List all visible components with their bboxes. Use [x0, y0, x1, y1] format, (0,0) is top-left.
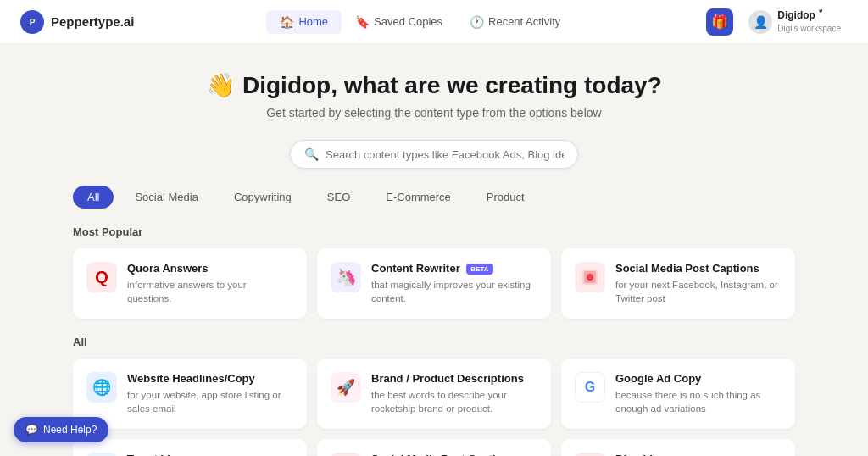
nav-links: 🏠 Home 🔖 Saved Copies 🕐 Recent Activity: [266, 10, 574, 34]
blog-icon: 📰: [575, 453, 605, 456]
brand-icon: 🚀: [331, 372, 361, 403]
clock-icon: 🕐: [470, 15, 484, 29]
svg-point-4: [587, 274, 593, 281]
logo-text: Peppertype.ai: [51, 14, 134, 29]
username: Digidop ˅: [777, 9, 841, 23]
beta-badge: BETA: [466, 264, 492, 275]
most-popular-label: Most Popular: [73, 225, 795, 238]
social2-title: Social Media Post Captions: [371, 453, 537, 456]
social-captions-title: Social Media Post Captions: [615, 262, 782, 275]
nav-saved[interactable]: 🔖 Saved Copies: [342, 10, 456, 34]
help-icon: 💬: [25, 424, 38, 436]
google-icon: G: [575, 372, 605, 403]
brand-desc: the best words to describe your rocketsh…: [371, 388, 537, 415]
social-captions-icon: [575, 262, 605, 292]
gift-icon: 🎁: [711, 14, 728, 30]
social-captions-desc: for your next Facebook, Instagram, or Tw…: [615, 278, 782, 305]
card-quora[interactable]: Q Quora Answers informative answers to y…: [73, 248, 307, 319]
quora-desc: informative answers to your questions.: [127, 278, 293, 305]
content-rewriter-desc: that magically improves your existing co…: [371, 278, 537, 305]
user-menu[interactable]: 👤 Digidop ˅ Digi's workspace: [742, 6, 848, 37]
social2-icon: [331, 453, 361, 456]
website-icon: 🌐: [86, 372, 117, 403]
twitter-icon: 🐦: [86, 453, 117, 456]
quora-title: Quora Answers: [127, 262, 293, 275]
home-icon: 🏠: [280, 15, 294, 29]
tab-copywriting[interactable]: Copywriting: [220, 186, 306, 209]
logo-icon: P: [20, 10, 44, 34]
all-section-label: All: [73, 336, 795, 348]
search-wrap: 🔍: [73, 140, 795, 169]
search-box: 🔍: [290, 140, 578, 169]
tweet-title: Tweet Ideas: [127, 453, 281, 456]
google-ad-title: Google Ad Copy: [615, 372, 782, 385]
help-label: Need Help?: [43, 424, 97, 436]
card-blog-ideas[interactable]: 📰 Blog Ideas as creative as your product…: [561, 439, 795, 456]
bookmark-icon: 🔖: [355, 15, 370, 29]
wave-emoji: 👋: [206, 72, 242, 98]
content-rewriter-icon: 🦄: [331, 262, 361, 292]
tab-seo[interactable]: SEO: [313, 186, 364, 209]
tab-all[interactable]: All: [73, 186, 114, 209]
google-ad-desc: because there is no such thing as enough…: [615, 388, 782, 415]
card-brand-descriptions[interactable]: 🚀 Brand / Product Descriptions the best …: [317, 359, 551, 429]
search-input[interactable]: [326, 148, 564, 161]
avatar: 👤: [748, 10, 772, 34]
svg-text:P: P: [30, 18, 36, 27]
hero-section: 👋 Digidop, what are we creating today? G…: [73, 71, 795, 120]
gift-button[interactable]: 🎁: [706, 8, 733, 36]
tab-product[interactable]: Product: [472, 186, 539, 209]
nav-recent[interactable]: 🕐 Recent Activity: [456, 10, 574, 34]
hero-title: 👋 Digidop, what are we creating today?: [73, 71, 795, 99]
nav-right: 🎁 👤 Digidop ˅ Digi's workspace: [706, 6, 848, 37]
tab-ecommerce[interactable]: E-Commerce: [371, 186, 465, 209]
card-tweet-ideas[interactable]: 🐦 Tweet Ideas that engage your amazing f…: [73, 439, 307, 456]
nav-home[interactable]: 🏠 Home: [266, 10, 342, 34]
website-title: Website Headlines/Copy: [127, 372, 293, 385]
logo[interactable]: P Peppertype.ai: [20, 10, 134, 34]
main-content: 👋 Digidop, what are we creating today? G…: [53, 44, 815, 456]
hero-subtitle: Get started by selecting the content typ…: [73, 106, 795, 120]
search-icon: 🔍: [304, 147, 319, 161]
website-desc: for your website, app store listing or s…: [127, 388, 293, 415]
card-google-ad[interactable]: G Google Ad Copy because there is no suc…: [561, 359, 795, 429]
navbar: P Peppertype.ai 🏠 Home 🔖 Saved Copies 🕐 …: [0, 0, 868, 44]
help-button[interactable]: 💬 Need Help?: [14, 417, 108, 442]
all-grid: 🌐 Website Headlines/Copy for your websit…: [73, 359, 795, 456]
blog-title: Blog Ideas: [615, 453, 782, 456]
brand-title: Brand / Product Descriptions: [371, 372, 537, 385]
most-popular-grid: Q Quora Answers informative answers to y…: [73, 248, 795, 319]
tab-social-media[interactable]: Social Media: [120, 186, 212, 209]
quora-icon: Q: [86, 262, 117, 292]
content-rewriter-title: Content Rewriter BETA: [371, 262, 537, 275]
card-website-headlines[interactable]: 🌐 Website Headlines/Copy for your websit…: [73, 359, 307, 429]
filter-tabs: All Social Media Copywriting SEO E-Comme…: [73, 186, 795, 209]
card-content-rewriter[interactable]: 🦄 Content Rewriter BETA that magically i…: [317, 248, 551, 319]
card-social-captions2[interactable]: Social Media Post Captions for your next…: [317, 439, 551, 456]
workspace-label: Digi's workspace: [777, 23, 841, 34]
card-social-captions[interactable]: Social Media Post Captions for your next…: [561, 248, 795, 319]
